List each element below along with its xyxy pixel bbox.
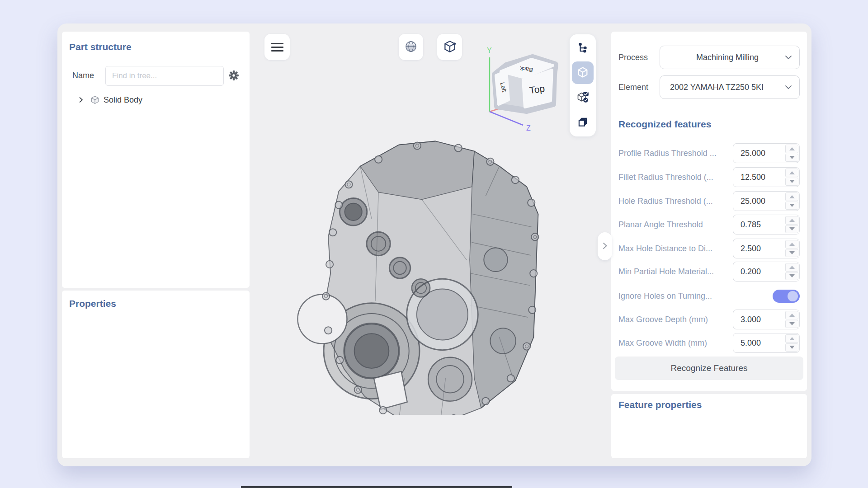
fillet-radius-input[interactable]: 12.500	[733, 167, 800, 187]
param-row-fillet-radius: Fillet Radius Threshold (... 12.500	[618, 167, 800, 187]
solid-body-view-button[interactable]	[572, 112, 594, 134]
arrow-down-icon	[789, 180, 795, 183]
cube-check-icon	[576, 91, 589, 105]
max-groove-width-input[interactable]: 5.000	[733, 333, 800, 353]
part-structure-panel: Part structure Name	[62, 32, 250, 288]
param-row-min-partial-hole: Min Partial Hole Material... 0.200	[618, 262, 800, 282]
viewport-menu-button[interactable]	[264, 34, 290, 60]
spin-up-button[interactable]	[785, 311, 798, 319]
param-label: Planar Angle Threshold	[618, 220, 703, 230]
element-value: 2002 YAMAHA TZ250 5KI	[670, 83, 785, 92]
sphere-view-button[interactable]	[399, 34, 423, 60]
arrow-up-icon	[789, 266, 795, 269]
arrow-up-icon	[789, 171, 795, 174]
process-value: Machining Milling	[670, 53, 785, 62]
tree-settings-button[interactable]	[227, 70, 240, 82]
white-cube-icon	[576, 66, 589, 80]
globe-icon	[404, 40, 418, 55]
arrow-up-icon	[789, 147, 795, 150]
name-label: Name	[72, 71, 94, 80]
ignore-holes-toggle[interactable]	[773, 290, 800, 303]
spin-value: 0.785	[733, 220, 761, 230]
spin-down-button[interactable]	[785, 343, 798, 352]
solid-view-button[interactable]	[572, 61, 594, 84]
arrow-down-icon	[789, 156, 795, 159]
cube-icon	[443, 40, 457, 55]
param-row-max-groove-depth: Max Groove Depth (mm) 3.000	[618, 310, 800, 329]
arrow-down-icon	[789, 274, 795, 277]
gear-icon	[228, 70, 239, 82]
spin-value: 0.200	[733, 267, 761, 277]
spin-up-button[interactable]	[785, 216, 798, 225]
bottom-screen-edge-bar	[241, 486, 512, 488]
properties-title: Properties	[69, 298, 116, 309]
element-select[interactable]: 2002 YAMAHA TZ250 5KI	[660, 75, 800, 99]
spin-up-button[interactable]	[785, 145, 798, 153]
tree-item-label: Solid Body	[104, 95, 142, 105]
spin-down-button[interactable]	[785, 178, 798, 186]
expand-chevron-icon[interactable]	[77, 96, 85, 103]
spin-up-button[interactable]	[785, 263, 798, 272]
chevron-down-icon	[785, 53, 792, 61]
spin-up-button[interactable]	[785, 169, 798, 177]
model-viewport[interactable]	[285, 123, 559, 415]
recognized-features-title: Recognized features	[618, 119, 711, 130]
spin-down-button[interactable]	[785, 225, 798, 234]
arrow-up-icon	[789, 337, 795, 340]
arrow-down-icon	[789, 346, 795, 349]
arrow-down-icon	[789, 227, 795, 230]
param-row-planar-angle: Planar Angle Threshold 0.785	[618, 215, 800, 235]
crankcase-model	[285, 123, 559, 415]
profile-radius-input[interactable]: 25.000	[733, 143, 800, 163]
param-row-hole-radius: Hole Radius Threshold (... 25.000	[618, 191, 800, 211]
arrow-down-icon	[789, 251, 795, 254]
spin-value: 5.000	[733, 338, 761, 348]
process-row: Process Machining Milling	[618, 46, 800, 69]
tree-structure-view-button[interactable]	[572, 37, 594, 59]
find-in-tree-input[interactable]	[105, 66, 224, 86]
element-row: Element 2002 YAMAHA TZ250 5KI	[618, 75, 800, 99]
spin-value: 25.000	[733, 197, 765, 206]
feature-check-view-button[interactable]	[572, 87, 594, 109]
solid-body-cube-icon	[90, 95, 100, 105]
param-row-max-groove-width: Max Groove Width (mm) 5.000	[618, 333, 800, 353]
axis-y-label: Y	[487, 47, 492, 54]
hole-radius-input[interactable]: 25.000	[733, 191, 800, 211]
panel-collapse-handle[interactable]	[598, 232, 612, 260]
planar-angle-input[interactable]: 0.785	[733, 215, 800, 235]
min-partial-hole-input[interactable]: 0.200	[733, 262, 800, 282]
spin-up-button[interactable]	[785, 334, 798, 343]
spin-value: 25.000	[733, 149, 765, 158]
arrow-down-icon	[789, 322, 795, 325]
param-label: Hole Radius Threshold (...	[618, 197, 713, 206]
param-label: Profile Radius Threshold ...	[618, 149, 717, 158]
max-groove-depth-input[interactable]: 3.000	[733, 310, 800, 329]
spin-value: 2.500	[733, 244, 761, 253]
param-row-ignore-holes: Ignore Holes on Turning...	[618, 286, 800, 306]
spin-down-button[interactable]	[785, 320, 798, 328]
properties-panel: Properties	[62, 291, 250, 458]
spin-down-button[interactable]	[785, 154, 798, 162]
hierarchy-icon	[577, 42, 589, 55]
spin-down-button[interactable]	[785, 272, 798, 281]
spin-up-button[interactable]	[785, 240, 798, 249]
arrow-down-icon	[789, 204, 795, 207]
arrow-up-icon	[789, 243, 795, 246]
param-label: Max Groove Depth (mm)	[618, 315, 708, 324]
recognize-features-button[interactable]: Recognize Features	[615, 357, 803, 380]
max-hole-distance-input[interactable]: 2.500	[733, 239, 800, 258]
cube-view-button[interactable]	[437, 34, 462, 60]
feature-properties-title: Feature properties	[618, 399, 702, 410]
spin-down-button[interactable]	[785, 202, 798, 210]
spin-down-button[interactable]	[785, 249, 798, 258]
arrow-up-icon	[789, 314, 795, 317]
param-label: Max Hole Distance to Di...	[618, 244, 712, 253]
feature-properties-panel: Feature properties	[611, 394, 807, 458]
part-structure-title: Part structure	[69, 42, 132, 52]
param-label: Max Groove Width (mm)	[618, 338, 707, 348]
spin-up-button[interactable]	[785, 192, 798, 201]
process-select[interactable]: Machining Milling	[660, 46, 800, 69]
tree-item-solid-body[interactable]: Solid Body	[62, 94, 142, 106]
view-mode-toolbar	[570, 34, 596, 136]
process-label: Process	[618, 53, 648, 62]
